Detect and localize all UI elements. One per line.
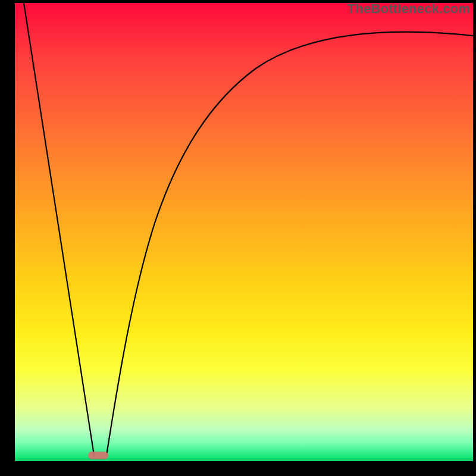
chart-frame: TheBottleneck.com — [0, 0, 476, 476]
curve-left-branch — [24, 3, 94, 455]
curve-right-branch — [107, 32, 473, 455]
bottleneck-curve — [15, 3, 473, 461]
optimal-marker — [88, 452, 108, 459]
chart-plot-area — [15, 3, 473, 461]
